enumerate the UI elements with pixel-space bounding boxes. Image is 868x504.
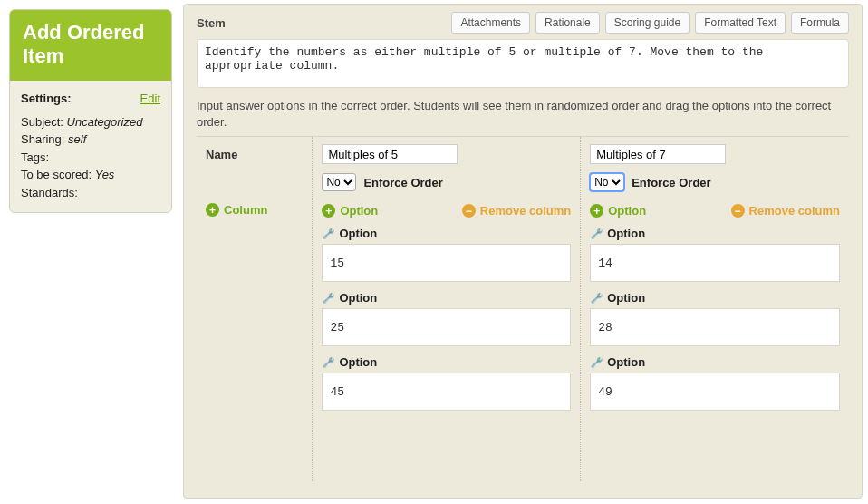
formatted-text-button[interactable]: Formatted Text — [695, 12, 786, 34]
instructions-text: Input answer options in the correct orde… — [197, 91, 849, 136]
option-heading: Option — [607, 291, 645, 305]
sharing-label: Sharing: — [21, 132, 64, 146]
edit-link[interactable]: Edit — [140, 90, 160, 108]
enforce-order-label: Enforce Order — [363, 176, 442, 189]
option-heading: Option — [607, 227, 645, 240]
option-heading: Option — [339, 227, 377, 240]
add-option-button[interactable]: + Option — [590, 204, 646, 218]
wrench-icon: 🔧 — [323, 292, 334, 305]
add-option-label: Option — [608, 204, 646, 218]
stem-textarea[interactable]: Identify the numbers as either multiple … — [197, 39, 849, 88]
option-heading: Option — [339, 355, 377, 369]
stem-label: Stem — [197, 16, 226, 30]
plus-icon: + — [590, 204, 603, 218]
subject-label: Subject: — [21, 115, 63, 129]
scoring-guide-button[interactable]: Scoring guide — [605, 12, 690, 34]
enforce-order-label: Enforce Order — [632, 176, 710, 189]
formula-button[interactable]: Formula — [791, 12, 849, 34]
enforce-order-select[interactable]: No — [322, 173, 356, 191]
add-option-button[interactable]: + Option — [322, 204, 378, 218]
wrench-icon: 🔧 — [591, 292, 603, 305]
page-title: Add Ordered Item — [10, 10, 171, 81]
wrench-icon: 🔧 — [323, 356, 334, 369]
column-name-input[interactable] — [590, 144, 726, 164]
minus-icon: − — [731, 204, 745, 218]
plus-icon: + — [206, 203, 219, 217]
option-input[interactable] — [322, 244, 571, 282]
subject-value: Uncategorized — [67, 115, 143, 129]
plus-icon: + — [322, 204, 335, 218]
add-column-button[interactable]: + Column — [206, 203, 267, 217]
name-column-header: Name — [206, 144, 303, 161]
add-option-label: Option — [340, 204, 378, 218]
enforce-order-select[interactable]: No — [590, 173, 624, 191]
standards-label: Standards: — [21, 186, 78, 199]
remove-column-button[interactable]: − Remove column — [731, 204, 840, 218]
minus-icon: − — [462, 204, 476, 218]
main-panel: Stem Attachments Rationale Scoring guide… — [183, 4, 863, 499]
option-heading: Option — [339, 291, 377, 305]
remove-column-label: Remove column — [749, 204, 840, 218]
option-input[interactable] — [590, 308, 840, 346]
tags-label: Tags: — [21, 150, 49, 164]
rationale-button[interactable]: Rationale — [535, 12, 600, 34]
scored-value: Yes — [95, 168, 115, 181]
add-column-label: Column — [224, 203, 267, 217]
remove-column-button[interactable]: − Remove column — [462, 204, 571, 218]
option-heading: Option — [607, 355, 645, 369]
wrench-icon: 🔧 — [591, 356, 603, 369]
option-input[interactable] — [590, 244, 840, 282]
remove-column-label: Remove column — [480, 204, 571, 218]
scored-label: To be scored: — [21, 168, 92, 181]
option-input[interactable] — [322, 373, 571, 411]
option-input[interactable] — [590, 373, 840, 411]
column-name-input[interactable] — [322, 144, 458, 164]
wrench-icon: 🔧 — [591, 228, 603, 240]
sidebar-panel: Add Ordered Item Settings: Edit Subject:… — [9, 9, 172, 213]
settings-label: Settings: — [21, 90, 72, 108]
sharing-value: self — [68, 132, 86, 146]
attachments-button[interactable]: Attachments — [451, 12, 530, 34]
option-input[interactable] — [322, 308, 571, 346]
wrench-icon: 🔧 — [323, 228, 334, 240]
